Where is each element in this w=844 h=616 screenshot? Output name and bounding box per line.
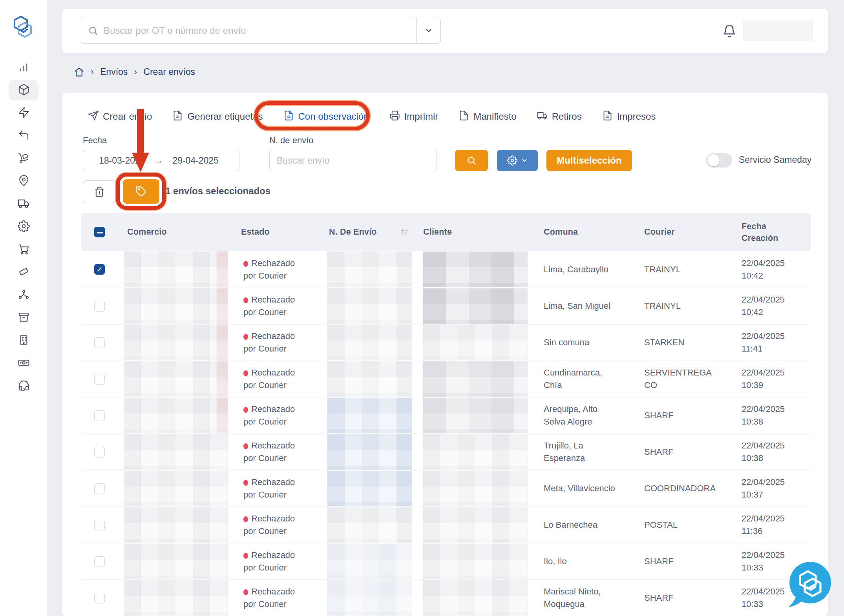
row-checkbox[interactable] — [94, 374, 105, 385]
user-account-placeholder[interactable] — [743, 20, 813, 41]
table-row[interactable]: Rechazado por Courier Mariscal Nieto, Mo… — [81, 580, 811, 616]
tab-generar-etiquetas[interactable]: Generar etiquetas — [172, 110, 263, 123]
status-dot-icon — [243, 334, 248, 340]
row-checkbox[interactable] — [94, 410, 105, 421]
notifications-bell-icon[interactable] — [722, 24, 736, 38]
sidebar-item-ticket[interactable] — [9, 262, 38, 282]
date-range-arrow-icon: → — [154, 155, 163, 166]
redacted-envio-cell — [327, 471, 412, 506]
redaction-tint — [217, 397, 228, 434]
estado-cell: Rechazado por Courier — [243, 324, 300, 361]
banknote-icon — [18, 357, 30, 370]
sidebar-item-package[interactable] — [9, 80, 38, 100]
multiseleccion-button[interactable]: Multiselección — [546, 150, 632, 171]
column-header-envio: N. De Envío — [329, 213, 377, 251]
row-checkbox[interactable] — [94, 447, 105, 457]
fecha-time: 10:38 — [742, 416, 785, 428]
row-checkbox[interactable] — [94, 301, 105, 312]
row-checkbox[interactable] — [94, 556, 105, 567]
row-checkbox[interactable] — [94, 337, 105, 348]
sidebar-item-headset[interactable] — [9, 376, 38, 396]
tab-retiros[interactable]: Retiros — [537, 110, 582, 123]
comuna-cell: Cundinamarca, Chía — [544, 361, 618, 397]
sidebar-item-truck[interactable] — [9, 194, 38, 214]
row-checkbox[interactable] — [94, 593, 105, 603]
tab-con-observaci-n[interactable]: Con observación — [283, 110, 369, 123]
trash-icon — [94, 186, 105, 197]
table-row[interactable]: Rechazado por Courier Meta, Villavicenci… — [81, 470, 811, 507]
tag-selected-button[interactable] — [123, 179, 159, 204]
courier-cell: TRAINYL — [644, 251, 715, 288]
table-row[interactable]: Rechazado por Courier Sin comuna STARKEN… — [81, 324, 811, 361]
redacted-comercio-cell — [124, 361, 228, 397]
envio-search-field — [269, 150, 437, 171]
search-button[interactable] — [455, 150, 488, 171]
chevron-down-icon — [521, 157, 528, 164]
table-row[interactable]: Rechazado por Courier Lo Barnechea POSTA… — [81, 507, 811, 543]
tab-label: Manifiesto — [473, 111, 516, 122]
status-dot-icon — [243, 443, 248, 449]
sort-icon[interactable] — [400, 213, 409, 251]
date-range-input[interactable]: 18-03-2025 → 29-04-2025 — [83, 150, 239, 171]
home-icon[interactable] — [74, 67, 84, 77]
status-dot-icon — [243, 370, 248, 376]
global-search-input[interactable] — [104, 25, 416, 36]
redacted-comercio-cell — [124, 580, 228, 616]
redacted-comercio-cell — [124, 434, 228, 470]
tab-manifiesto[interactable]: Manifiesto — [459, 110, 516, 123]
sidebar-item-network[interactable] — [9, 285, 38, 305]
breadcrumb-crear-envios[interactable]: Crear envíos — [143, 67, 195, 77]
settings-dropdown-button[interactable] — [497, 150, 538, 171]
global-search — [80, 18, 441, 44]
row-checkbox[interactable] — [94, 483, 105, 494]
sidebar-item-zap[interactable] — [9, 103, 38, 123]
sameday-label: Servicio Sameday — [739, 155, 811, 165]
sidebar-item-building[interactable] — [9, 330, 38, 351]
estado-cell: Rechazado por Courier — [243, 288, 300, 324]
tab-imprimir[interactable]: Imprimir — [389, 110, 438, 123]
table-row[interactable]: Rechazado por Courier Ilo, Ilo SHARF 22/… — [81, 543, 811, 580]
tag-icon — [135, 186, 147, 197]
table-row[interactable]: Rechazado por Courier Lima, Carabayllo T… — [81, 251, 811, 288]
row-checkbox[interactable] — [94, 264, 105, 275]
sameday-toggle[interactable] — [706, 153, 732, 168]
sidebar-item-bar-chart[interactable] — [9, 57, 38, 78]
breadcrumb: › Envíos › Crear envíos — [74, 65, 195, 78]
select-all-checkbox[interactable] — [94, 227, 105, 237]
delete-selected-button[interactable] — [83, 180, 116, 203]
search-type-dropdown[interactable] — [416, 18, 440, 43]
status-dot-icon — [243, 516, 248, 522]
envio-search-input[interactable] — [277, 155, 429, 166]
table-row[interactable]: Rechazado por Courier Cundinamarca, Chía… — [81, 361, 811, 397]
status-dot-icon — [243, 261, 248, 267]
breadcrumb-envios[interactable]: Envíos — [100, 67, 128, 77]
sidebar-item-archive[interactable] — [9, 308, 38, 328]
courier-cell: COORDINADORA — [644, 470, 715, 507]
sidebar-item-map-pin[interactable] — [9, 171, 38, 191]
map-pin-icon — [18, 175, 30, 188]
table-row[interactable]: Rechazado por Courier Arequipa, Alto Sel… — [81, 397, 811, 434]
envio-label: N. de envío — [269, 135, 314, 146]
fecha-date: 22/04/2025 — [742, 585, 785, 598]
network-icon — [18, 288, 30, 302]
estado-text: Rechazado por Courier — [243, 404, 295, 426]
chat-widget-icon[interactable] — [786, 561, 832, 609]
sidebar-item-hand-truck[interactable] — [9, 148, 38, 169]
table-row[interactable]: Rechazado por Courier Trujillo, La Esper… — [81, 434, 811, 470]
shipments-table: Comercio Estado N. De Envío Cliente Comu… — [81, 213, 811, 616]
sidebar-item-gear[interactable] — [9, 217, 38, 237]
tab-impresos[interactable]: Impresos — [602, 110, 656, 123]
sidebar-item-banknote[interactable] — [9, 353, 38, 374]
headset-icon — [18, 379, 30, 393]
fecha-cell: 22/04/202510:42 — [742, 251, 797, 288]
package-icon — [18, 84, 30, 97]
estado-text: Rechazado por Courier — [243, 441, 295, 463]
comuna-cell: Meta, Villavicencio — [544, 470, 618, 507]
fecha-time: 10:38 — [742, 452, 785, 465]
tab-bar: Crear envíoGenerar etiquetasCon observac… — [88, 106, 656, 127]
sidebar-item-undo-arrow[interactable] — [9, 126, 38, 146]
row-checkbox[interactable] — [94, 520, 105, 530]
tab-crear-env-o[interactable]: Crear envío — [88, 110, 152, 123]
sidebar-item-shopping-cart[interactable] — [9, 239, 38, 260]
table-row[interactable]: Rechazado por Courier Lima, San Miguel T… — [81, 288, 811, 324]
